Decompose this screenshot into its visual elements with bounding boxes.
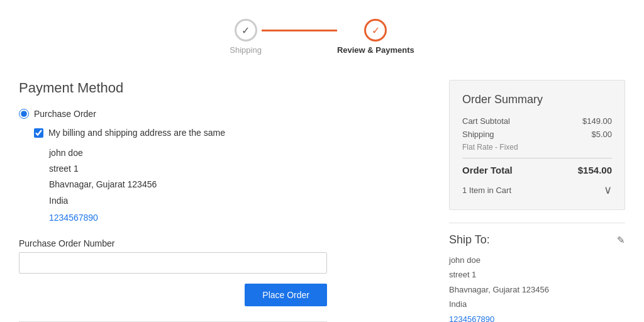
billing-shipping-same-checkbox[interactable] xyxy=(34,128,43,138)
ship-to-box: Ship To: ✎ john doe street 1 Bhavnagar, … xyxy=(449,223,625,322)
items-in-cart-row[interactable]: 1 Item in Cart ∨ xyxy=(462,183,612,197)
place-order-row: Place Order xyxy=(19,284,327,306)
po-number-section: Purchase Order Number xyxy=(19,238,430,274)
page-wrapper: ✓ Shipping ✓ Review & Payments Payment M… xyxy=(0,0,644,322)
address-block: john doe street 1 Bhavnagar, Gujarat 123… xyxy=(49,145,430,226)
place-order-button[interactable]: Place Order xyxy=(245,284,327,306)
ship-to-name: john doe xyxy=(449,253,625,267)
ship-to-city: Bhavnagar, Gujarat 123456 xyxy=(449,282,625,297)
shipping-sub-label: Flat Rate - Fixed xyxy=(462,143,612,152)
address-street: street 1 xyxy=(49,161,430,177)
purchase-order-label-text: Purchase Order xyxy=(34,109,96,119)
items-in-cart-label: 1 Item in Cart xyxy=(462,186,511,195)
billing-checkbox-text: My billing and shipping address are the … xyxy=(48,128,225,138)
ship-to-title: Ship To: xyxy=(449,233,490,247)
payment-method-title: Payment Method xyxy=(19,80,430,96)
ship-to-address: john doe street 1 Bhavnagar, Gujarat 123… xyxy=(449,253,625,322)
purchase-order-radio[interactable] xyxy=(19,109,29,119)
right-panel: Order Summary Cart Subtotal $149.00 Ship… xyxy=(449,80,625,322)
cart-subtotal-row: Cart Subtotal $149.00 xyxy=(462,116,612,126)
order-summary-title: Order Summary xyxy=(462,93,612,106)
step-shipping: ✓ Shipping xyxy=(230,19,262,55)
cart-subtotal-label: Cart Subtotal xyxy=(462,116,510,126)
address-city: Bhavnagar, Gujarat 123456 xyxy=(49,177,430,192)
step-review-label: Review & Payments xyxy=(337,45,414,55)
step-review-circle: ✓ xyxy=(364,19,387,42)
items-cart-chevron: ∨ xyxy=(604,183,612,197)
ship-to-country: India xyxy=(449,297,625,311)
order-summary-box: Order Summary Cart Subtotal $149.00 Ship… xyxy=(449,80,625,210)
left-panel: Payment Method Purchase Order My billing… xyxy=(19,80,430,322)
step-shipping-circle: ✓ xyxy=(235,19,257,42)
step-review: ✓ Review & Payments xyxy=(337,19,414,55)
po-number-input[interactable] xyxy=(19,252,327,274)
progress-steps: ✓ Shipping ✓ Review & Payments xyxy=(19,13,625,55)
order-total-row: Order Total $154.00 xyxy=(462,165,612,175)
ship-to-phone[interactable]: 1234567890 xyxy=(449,312,625,322)
main-content: Payment Method Purchase Order My billing… xyxy=(19,80,625,322)
order-total-value: $154.00 xyxy=(578,165,612,175)
shipping-label: Shipping xyxy=(462,130,494,139)
cart-subtotal-value: $149.00 xyxy=(582,116,612,126)
ship-to-street: street 1 xyxy=(449,267,625,282)
address-phone[interactable]: 1234567890 xyxy=(49,210,430,226)
shipping-row: Shipping $5.00 xyxy=(462,130,612,139)
billing-shipping-same-label[interactable]: My billing and shipping address are the … xyxy=(34,128,430,138)
ship-to-header: Ship To: ✎ xyxy=(449,233,625,247)
address-name: john doe xyxy=(49,145,430,161)
address-country: India xyxy=(49,193,430,209)
step-shipping-label: Shipping xyxy=(230,45,262,55)
po-number-label: Purchase Order Number xyxy=(19,238,430,248)
summary-divider xyxy=(462,158,612,158)
purchase-order-radio-label[interactable]: Purchase Order xyxy=(19,109,430,119)
step-connector xyxy=(262,30,337,31)
billing-block: My billing and shipping address are the … xyxy=(34,128,430,226)
ship-to-edit-icon[interactable]: ✎ xyxy=(617,235,625,246)
order-total-label: Order Total xyxy=(462,165,513,175)
shipping-value: $5.00 xyxy=(591,130,612,139)
